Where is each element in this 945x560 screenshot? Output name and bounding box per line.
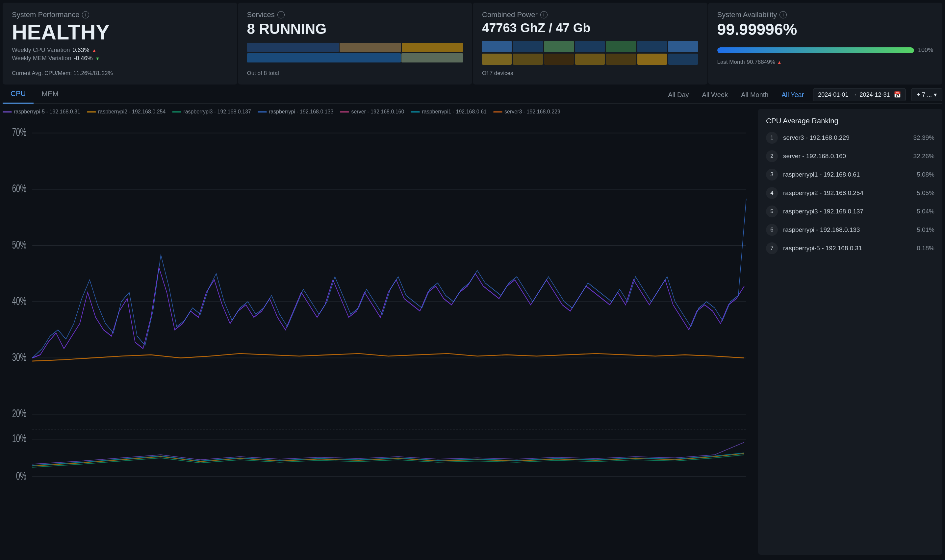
date-range-picker[interactable]: 2024-01-01 → 2024-12-31 📅 bbox=[813, 88, 906, 101]
filter-row: All Day All Week All Month All Year 2024… bbox=[664, 88, 942, 101]
legend-item: raspberrypi - 192.168.0.133 bbox=[257, 109, 334, 115]
ranking-title: CPU Average Ranking bbox=[766, 117, 934, 125]
rank-value: 5.08% bbox=[917, 171, 934, 178]
card-divider bbox=[12, 66, 228, 66]
top-cards: System Performance i HEALTHY Weekly CPU … bbox=[0, 0, 945, 82]
rank-name: raspberrypi - 192.168.0.133 bbox=[783, 226, 911, 234]
legend-label: server3 - 192.168.0.229 bbox=[504, 109, 560, 115]
svg-text:50%: 50% bbox=[12, 238, 26, 251]
service-bar-row-1 bbox=[247, 43, 463, 52]
bottom-section: CPU MEM All Day All Week All Month All Y… bbox=[0, 82, 945, 557]
service-bar-row-2 bbox=[247, 53, 463, 63]
availability-bar-container: 100% bbox=[717, 47, 933, 54]
legend-label: raspberrypi - 192.168.0.133 bbox=[269, 109, 334, 115]
rank-badge: 2 bbox=[766, 150, 778, 162]
card-title-system: System Performance i bbox=[12, 11, 228, 19]
filter-all-year[interactable]: All Year bbox=[777, 88, 808, 101]
combined-power-card: Combined Power i 47763 GhZ / 47 Gb Of 7 … bbox=[473, 3, 708, 85]
date-end: 2024-12-31 bbox=[859, 91, 890, 98]
info-icon-system[interactable]: i bbox=[82, 11, 89, 18]
rank-value: 32.39% bbox=[913, 134, 934, 142]
ranking-panel: CPU Average Ranking 1 server3 - 192.168.… bbox=[758, 109, 942, 555]
rank-badge: 4 bbox=[766, 187, 778, 199]
date-start: 2024-01-01 bbox=[818, 91, 848, 98]
svg-text:70%: 70% bbox=[12, 126, 26, 138]
chart-area: raspberrypi-5 - 192.168.0.31 raspberrypi… bbox=[3, 109, 754, 555]
rank-value: 0.18% bbox=[917, 245, 934, 252]
ranking-item: 7 raspberrypi-5 - 192.168.0.31 0.18% bbox=[766, 242, 934, 254]
tab-mem[interactable]: MEM bbox=[34, 86, 66, 103]
rank-name: server3 - 192.168.0.229 bbox=[783, 134, 908, 142]
rank-name: raspberrypi2 - 192.168.0.254 bbox=[783, 189, 911, 197]
mem-variation-value: -0.46% bbox=[74, 55, 92, 62]
legend-item: server - 192.168.0.160 bbox=[340, 109, 404, 115]
power-value: 47763 GhZ / 47 Gb bbox=[482, 22, 698, 34]
legend-line bbox=[493, 111, 503, 112]
ranking-item: 3 raspberrypi1 - 192.168.0.61 5.08% bbox=[766, 169, 934, 180]
rank-badge: 5 bbox=[766, 206, 778, 217]
cpu-up-arrow: ▲ bbox=[92, 48, 96, 53]
rank-name: raspberrypi-5 - 192.168.0.31 bbox=[783, 245, 911, 252]
legend-line bbox=[340, 111, 349, 112]
power-cell bbox=[544, 54, 574, 65]
rank-name: raspberrypi3 - 192.168.0.137 bbox=[783, 208, 911, 215]
services-card: Services i 8 RUNNING Out of 8 total bbox=[238, 3, 473, 85]
chart-legend: raspberrypi-5 - 192.168.0.31 raspberrypi… bbox=[3, 109, 754, 115]
ranking-item: 1 server3 - 192.168.0.229 32.39% bbox=[766, 132, 934, 144]
legend-label: raspberrypi-5 - 192.168.0.31 bbox=[14, 109, 80, 115]
power-cell bbox=[668, 54, 698, 65]
card-title-availability: System Availability i bbox=[717, 11, 933, 19]
card-title-services: Services i bbox=[247, 11, 463, 19]
system-status: HEALTHY bbox=[12, 22, 228, 43]
cpu-variation-row: Weekly CPU Variation 0.63% ▲ bbox=[12, 47, 228, 54]
power-cell bbox=[668, 41, 698, 52]
rank-value: 5.05% bbox=[917, 189, 934, 197]
legend-item: raspberrypi3 - 192.168.0.137 bbox=[172, 109, 251, 115]
ranking-item: 2 server - 192.168.0.160 32.26% bbox=[766, 150, 934, 162]
ranking-item: 4 raspberrypi2 - 192.168.0.254 5.05% bbox=[766, 187, 934, 199]
server-line bbox=[32, 354, 744, 361]
chart-svg: 70% 60% 50% 40% 30% 20% 10% 0% bbox=[3, 117, 754, 555]
cpu-variation-label: Weekly CPU Variation bbox=[12, 47, 70, 54]
avg-value: 11.26%/81.22% bbox=[73, 70, 113, 76]
filter-all-day[interactable]: All Day bbox=[664, 88, 693, 101]
rank-value: 32.26% bbox=[913, 152, 934, 160]
power-cell bbox=[606, 41, 636, 52]
bar-seg bbox=[247, 43, 339, 52]
legend-item: raspberrypi-5 - 192.168.0.31 bbox=[3, 109, 80, 115]
filter-all-month[interactable]: All Month bbox=[737, 88, 772, 101]
ranking-item: 5 raspberrypi3 - 192.168.0.137 5.04% bbox=[766, 206, 934, 217]
info-icon-availability[interactable]: i bbox=[780, 11, 787, 18]
card-title-power: Combined Power i bbox=[482, 11, 698, 19]
legend-line bbox=[172, 111, 181, 112]
avg-label: Current Avg. CPU/Mem: bbox=[12, 70, 72, 76]
cpu-variation-value: 0.63% bbox=[72, 47, 89, 54]
power-cell bbox=[637, 54, 667, 65]
plus-filter-label: + 7 ... bbox=[917, 91, 932, 98]
rank-value: 5.04% bbox=[917, 208, 934, 215]
info-icon-power[interactable]: i bbox=[540, 11, 547, 18]
chevron-down-icon: ▾ bbox=[934, 91, 937, 98]
power-cell bbox=[575, 41, 605, 52]
services-footer: Out of 8 total bbox=[247, 70, 463, 77]
rank-name: raspberrypi1 - 192.168.0.61 bbox=[783, 171, 911, 178]
info-icon-services[interactable]: i bbox=[277, 11, 285, 18]
rank-badge: 3 bbox=[766, 169, 778, 180]
system-availability-card: System Availability i 99.99996% 100% Las… bbox=[708, 3, 943, 85]
calendar-icon: 📅 bbox=[894, 91, 901, 98]
legend-item: server3 - 192.168.0.229 bbox=[493, 109, 560, 115]
mem-variation-row: Weekly MEM Variation -0.46% ▼ bbox=[12, 55, 228, 62]
power-cell bbox=[637, 41, 667, 52]
legend-line bbox=[3, 111, 12, 112]
power-grid bbox=[482, 41, 698, 65]
power-cell bbox=[606, 54, 636, 65]
tab-cpu[interactable]: CPU bbox=[3, 86, 34, 103]
mem-down-arrow: ▼ bbox=[95, 56, 100, 61]
legend-line bbox=[411, 111, 420, 112]
plus-filter-button[interactable]: + 7 ... ▾ bbox=[911, 88, 942, 101]
last-month-value: 90.78849% bbox=[747, 59, 775, 65]
filter-all-week[interactable]: All Week bbox=[698, 88, 732, 101]
availability-bar-bg bbox=[717, 47, 914, 53]
date-arrow: → bbox=[851, 91, 857, 98]
avg-row: Current Avg. CPU/Mem: 11.26%/81.22% bbox=[12, 70, 228, 77]
